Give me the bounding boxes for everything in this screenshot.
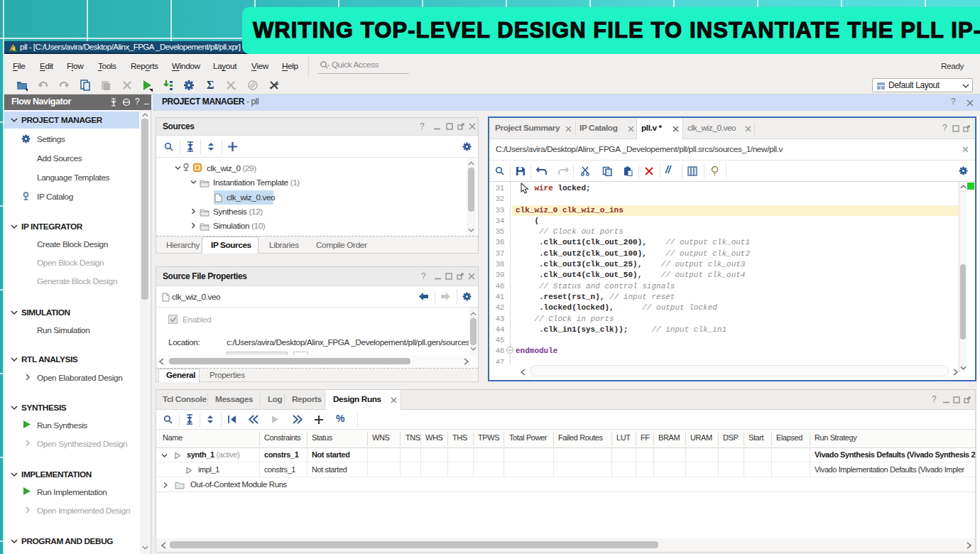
svg-text:Σ: Σ <box>207 79 214 91</box>
